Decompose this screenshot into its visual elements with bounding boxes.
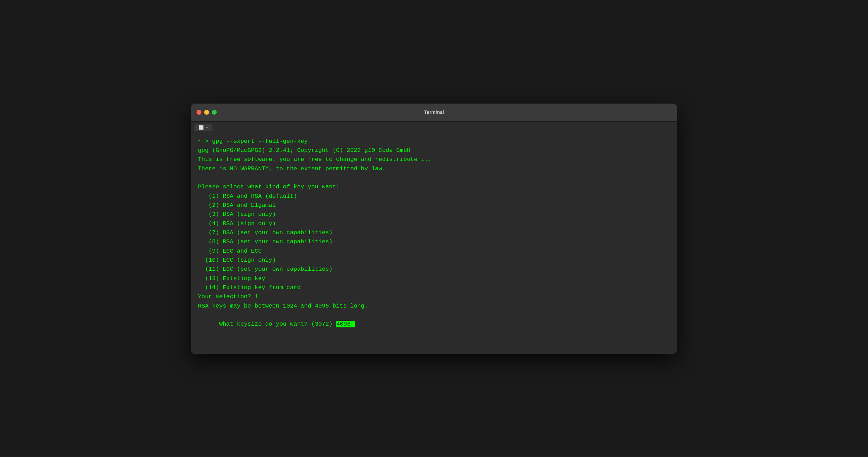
option-8: (8) RSA (set your own capabilities) bbox=[198, 237, 670, 246]
window-title: Terminal bbox=[424, 109, 444, 115]
cursor bbox=[351, 321, 355, 327]
command-line: ~ > gpg --expert --full-gen-key bbox=[198, 137, 670, 146]
option-3: (3) DSA (sign only) bbox=[198, 210, 670, 219]
key-type-prompt: Please select what kind of key you want: bbox=[198, 182, 670, 191]
option-1: (1) RSA and RSA (default) bbox=[198, 192, 670, 201]
tab-label: ~ bbox=[206, 125, 208, 130]
keysize-prompt-text: What keysize do you want? (3072) bbox=[219, 321, 336, 327]
titlebar: Terminal bbox=[191, 104, 677, 122]
empty-line-1 bbox=[198, 173, 670, 182]
option-13: (13) Existing key bbox=[198, 274, 670, 283]
tab-item[interactable]: ⬜ ~ bbox=[194, 124, 212, 131]
option-4: (4) RSA (sign only) bbox=[198, 219, 670, 228]
option-14: (14) Existing key from card bbox=[198, 283, 670, 292]
keysize-value: 4096 bbox=[336, 321, 351, 327]
terminal-body[interactable]: ~ > gpg --expert --full-gen-key gpg (Gnu… bbox=[191, 131, 677, 354]
terminal-window: Terminal ⬜ ~ ~ > gpg --expert --full-gen… bbox=[191, 104, 677, 354]
tab-bar: ⬜ ~ bbox=[191, 122, 677, 131]
output-line-3: There is NO WARRANTY, to the extent perm… bbox=[198, 164, 670, 173]
option-2: (2) DSA and Elgamal bbox=[198, 201, 670, 210]
option-9: (9) ECC and ECC bbox=[198, 247, 670, 256]
output-line-2: This is free software: you are free to c… bbox=[198, 155, 670, 164]
maximize-button[interactable] bbox=[212, 110, 217, 115]
option-11: (11) ECC (set your own capabilities) bbox=[198, 265, 670, 274]
option-10: (10) ECC (sign only) bbox=[198, 256, 670, 265]
traffic-lights bbox=[197, 110, 217, 115]
keysize-line: What keysize do you want? (3072) 4096 bbox=[198, 311, 670, 338]
selection-line: Your selection? 1 bbox=[198, 292, 670, 301]
rsa-info-line: RSA keys may be between 1024 and 4096 bi… bbox=[198, 302, 670, 311]
option-7: (7) DSA (set your own capabilities) bbox=[198, 228, 670, 237]
tab-icon: ⬜ bbox=[199, 125, 204, 130]
close-button[interactable] bbox=[197, 110, 201, 115]
minimize-button[interactable] bbox=[204, 110, 209, 115]
output-line-1: gpg (GnuPG/MacGPG2) 2.2.41; Copyright (C… bbox=[198, 146, 670, 155]
